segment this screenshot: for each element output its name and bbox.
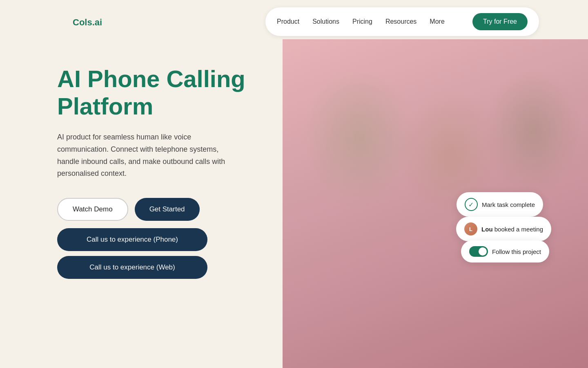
hero-content: AI Phone Calling Platform AI product for… [57, 65, 261, 284]
watch-demo-button[interactable]: Watch Demo [57, 198, 128, 221]
nav-pricing[interactable]: Pricing [352, 18, 372, 25]
get-started-button[interactable]: Get Started [135, 198, 200, 221]
hero-subtitle: AI product for seamless human like voice… [57, 131, 233, 180]
follow-toggle[interactable] [469, 246, 488, 257]
try-for-free-button[interactable]: Try for Free [472, 13, 528, 30]
call-web-button[interactable]: Call us to experience (Web) [57, 256, 207, 279]
nav-product[interactable]: Product [277, 18, 299, 25]
follow-label: Follow this project [492, 248, 541, 255]
mark-task-label: Mark task complete [482, 201, 535, 208]
mark-task-card: ✓ Mark task complete [457, 192, 543, 217]
nav-more[interactable]: More [430, 18, 444, 25]
nav-resources[interactable]: Resources [385, 18, 416, 25]
logo: Cols.ai [73, 17, 102, 28]
nav-solutions[interactable]: Solutions [312, 18, 339, 25]
lou-booking-card: L Lou booked a meeting [456, 217, 551, 241]
nav-links: Product Solutions Pricing Resources More [277, 18, 445, 25]
check-icon: ✓ [465, 198, 478, 211]
lou-text: Lou booked a meeting [481, 226, 543, 233]
follow-project-card: Follow this project [461, 240, 549, 263]
lou-name: Lou [481, 226, 493, 233]
lou-avatar: L [464, 222, 477, 236]
primary-cta-row: Watch Demo Get Started [57, 198, 261, 221]
lou-action: booked a meeting [494, 226, 543, 233]
navbar: Product Solutions Pricing Resources More… [265, 7, 539, 36]
hero-title: AI Phone Calling Platform [57, 65, 261, 120]
call-phone-button[interactable]: Call us to experience (Phone) [57, 228, 207, 251]
